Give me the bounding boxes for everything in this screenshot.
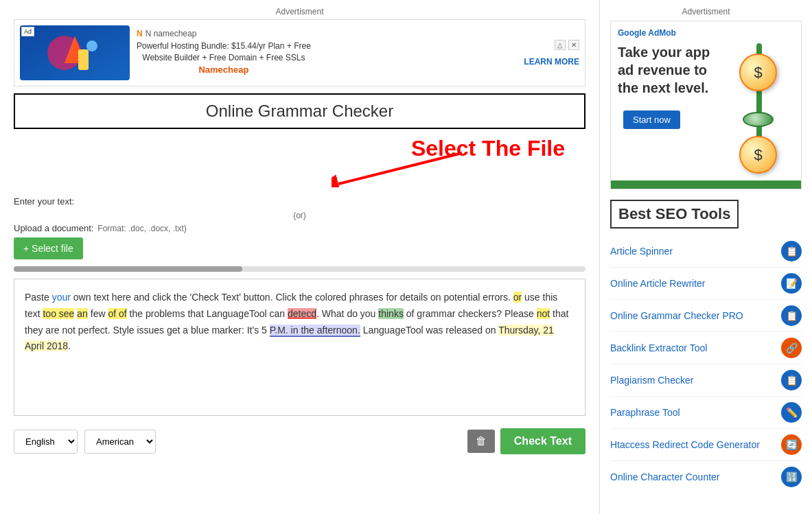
seo-tools-section: Best SEO Tools Article Spinner 📋 Online … bbox=[610, 200, 802, 493]
coin-bottom: $ bbox=[739, 136, 777, 174]
admob-text-area: Take your app ad revenue to the next lev… bbox=[618, 43, 726, 135]
ad-controls: △ ✕ bbox=[555, 40, 579, 50]
list-item: Htaccess Redirect Code Generator 🔄 bbox=[610, 429, 802, 461]
seo-link-plagiarism[interactable]: Plagiarism Checker bbox=[610, 374, 781, 386]
enter-text-label: Enter your text: bbox=[14, 196, 74, 207]
htaccess-icon: 🔄 bbox=[781, 434, 802, 455]
svg-point-3 bbox=[86, 40, 97, 51]
coin-top: $ bbox=[739, 54, 777, 91]
article-rewriter-icon: 📝 bbox=[781, 273, 802, 294]
seo-link-article-spinner[interactable]: Article Spinner bbox=[610, 245, 781, 257]
seo-link-grammar-pro[interactable]: Online Grammar Checker PRO bbox=[610, 309, 781, 322]
main-content: Advertisment Ad bbox=[0, 0, 599, 514]
text-detecd: detecd bbox=[288, 308, 316, 319]
checker-title: Online Grammar Checker bbox=[14, 93, 585, 129]
plagiarism-icon: 📋 bbox=[781, 370, 802, 390]
language-select[interactable]: English German French Spanish bbox=[14, 430, 78, 454]
seo-link-article-rewriter[interactable]: Online Article Rewriter bbox=[610, 277, 781, 290]
enter-text-row: Enter your text: bbox=[14, 196, 585, 207]
seo-list: Article Spinner 📋 Online Article Rewrite… bbox=[610, 235, 802, 493]
list-item: Article Spinner 📋 bbox=[610, 235, 802, 268]
ad-learn-more[interactable]: LEARN MORE bbox=[524, 57, 579, 67]
bottom-bar-right: 🗑 Check Text bbox=[467, 428, 585, 454]
seo-link-char-counter[interactable]: Online Character Counter bbox=[610, 471, 781, 483]
progress-bar-fill bbox=[14, 266, 242, 272]
text-paste-intro: Paste your own text here and click the '… bbox=[25, 292, 568, 351]
ad-image-visual bbox=[20, 25, 130, 80]
admob-label: Google AdMob bbox=[618, 28, 794, 38]
list-item: Online Character Counter 🔢 bbox=[610, 461, 802, 493]
sidebar-ad-start-btn[interactable]: Start now bbox=[623, 110, 680, 129]
text-too-see: too see bbox=[43, 308, 74, 319]
top-ad-banner: Advertisment Ad bbox=[14, 7, 585, 86]
text-editor[interactable]: Paste your own text here and click the '… bbox=[14, 279, 585, 416]
char-counter-icon: 🔢 bbox=[781, 467, 802, 487]
text-thinks: thinks bbox=[378, 308, 404, 319]
text-an: an bbox=[77, 308, 88, 319]
grammar-pro-icon: 📋 bbox=[781, 305, 802, 326]
ad-text-block: N N namecheap Powerful Hosting Bundle: $… bbox=[137, 29, 311, 77]
ad-box-inner: Ad N bbox=[20, 25, 311, 80]
select-file-button[interactable]: + Select file bbox=[14, 237, 83, 259]
seo-title: Best SEO Tools bbox=[610, 200, 739, 229]
list-item: Online Grammar Checker PRO 📋 bbox=[610, 300, 802, 332]
sidebar-ad-label: Advertisment bbox=[610, 7, 802, 16]
seo-link-paraphrase[interactable]: Paraphrase Tool bbox=[610, 406, 781, 419]
bottom-bar: English German French Spanish American B… bbox=[14, 421, 585, 461]
ad-info-btn[interactable]: △ bbox=[555, 40, 566, 50]
upload-row: Upload a document: Format: .doc, .docx, … bbox=[14, 223, 585, 233]
list-item: Paraphrase Tool ✏️ bbox=[610, 397, 802, 429]
seo-link-backlink[interactable]: Backlink Extractor Tool bbox=[610, 342, 781, 354]
text-not: not bbox=[537, 308, 550, 319]
brand-name-full: N namecheap bbox=[146, 29, 197, 38]
ad-text-line1: Powerful Hosting Bundle: $15.44/yr Plan … bbox=[137, 41, 311, 51]
text-pm-afternoon: P.M. in the afternoon. bbox=[270, 325, 360, 337]
ad-brand-name: Namecheap bbox=[137, 65, 311, 75]
ad-box-top: Ad N bbox=[14, 19, 585, 86]
select-arrow bbox=[332, 150, 469, 187]
list-item: Plagiarism Checker 📋 bbox=[610, 364, 802, 397]
paraphrase-icon: ✏️ bbox=[781, 402, 802, 423]
text-or: or bbox=[513, 292, 522, 303]
list-item: Online Article Rewriter 📝 bbox=[610, 268, 802, 300]
coin-illustration: $ $ bbox=[732, 43, 794, 174]
trash-button[interactable]: 🗑 bbox=[467, 430, 495, 453]
vine-knot bbox=[743, 112, 774, 127]
svg-rect-2 bbox=[78, 49, 89, 70]
ad-image: Ad bbox=[20, 25, 130, 80]
sidebar-ad-content: Google AdMob Take your app ad revenue to… bbox=[611, 21, 801, 180]
ad-close-btn[interactable]: ✕ bbox=[568, 40, 579, 50]
or-label: (or) bbox=[14, 211, 585, 220]
select-file-annotation: Select The File bbox=[14, 136, 585, 191]
ad-illustration bbox=[40, 29, 109, 77]
admob-headline: Take your app ad revenue to the next lev… bbox=[618, 43, 726, 97]
bottom-bar-left: English German French Spanish American B… bbox=[14, 430, 156, 454]
check-text-button[interactable]: Check Text bbox=[500, 428, 585, 454]
ad-right: △ ✕ LEARN MORE bbox=[524, 40, 579, 67]
upload-format: Format: .doc, .docx, .txt) bbox=[97, 224, 186, 233]
seo-link-htaccess[interactable]: Htaccess Redirect Code Generator bbox=[610, 439, 781, 451]
progress-bar bbox=[14, 266, 585, 272]
admob-layout: Take your app ad revenue to the next lev… bbox=[618, 43, 794, 174]
ad-green-bar bbox=[611, 180, 801, 189]
backlink-icon: 🔗 bbox=[781, 338, 802, 358]
upload-label: Upload a document: bbox=[14, 223, 93, 233]
form-section: Enter your text: (or) Upload a document:… bbox=[14, 196, 585, 259]
list-item: Backlink Extractor Tool 🔗 bbox=[610, 332, 802, 364]
text-of-of: of of bbox=[108, 308, 126, 319]
ad-brand: N N namecheap bbox=[137, 29, 311, 38]
ad-label-top: Advertisment bbox=[14, 7, 585, 16]
svg-line-5 bbox=[338, 153, 462, 184]
variant-select[interactable]: American British Canadian Australian bbox=[84, 430, 156, 454]
ad-tag: Ad bbox=[21, 27, 34, 36]
article-spinner-icon: 📋 bbox=[781, 241, 802, 261]
ad-text-line2: Website Builder + Free Domain + Free SSL… bbox=[137, 53, 311, 62]
sidebar-ad-box: ℹ ✕ Google AdMob Take your app ad revenu… bbox=[610, 21, 802, 189]
sidebar: Advertisment ℹ ✕ Google AdMob Take your … bbox=[599, 0, 812, 514]
brand-logo-n: N bbox=[137, 29, 143, 38]
